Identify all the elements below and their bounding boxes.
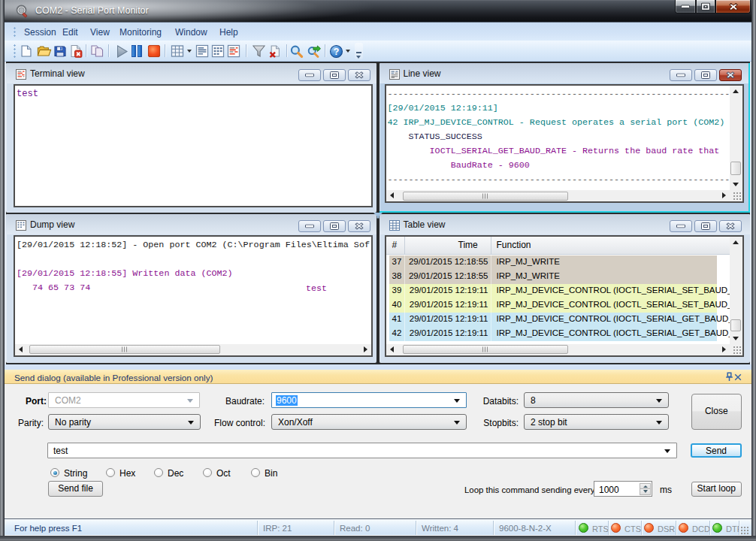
svg-text:?: ? (334, 47, 340, 57)
